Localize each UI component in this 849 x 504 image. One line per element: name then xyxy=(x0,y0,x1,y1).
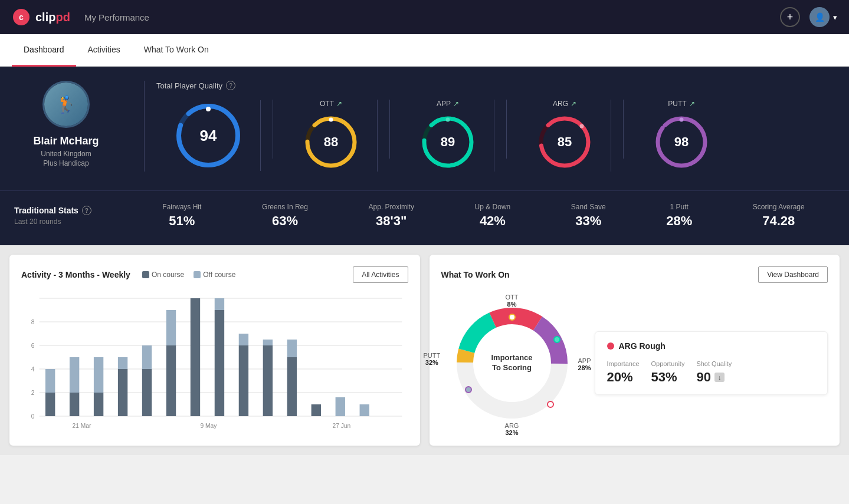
svg-text:6: 6 xyxy=(31,342,35,349)
stat-fairways-hit: Fairways Hit 51% xyxy=(162,203,201,229)
header-title: My Performance xyxy=(84,12,149,22)
svg-text:21 Mar: 21 Mar xyxy=(73,423,91,429)
svg-rect-48 xyxy=(287,357,297,416)
legend-off-course-label: Off course xyxy=(203,271,235,279)
svg-rect-36 xyxy=(142,369,152,416)
svg-rect-37 xyxy=(142,345,152,369)
svg-rect-47 xyxy=(263,340,273,345)
svg-rect-35 xyxy=(118,357,127,369)
svg-point-4 xyxy=(206,107,211,111)
quality-section: Total Player Quality ? 94 xyxy=(156,81,835,172)
svg-point-64 xyxy=(466,387,471,393)
svg-text:4: 4 xyxy=(31,366,35,373)
divider-app xyxy=(389,100,390,159)
activity-card: Activity - 3 Months - Weekly On course O… xyxy=(9,255,420,446)
svg-text:9 May: 9 May xyxy=(201,423,218,429)
svg-rect-46 xyxy=(263,345,273,416)
svg-rect-28 xyxy=(45,393,55,416)
svg-text:27 Jun: 27 Jun xyxy=(332,423,350,429)
hero-section: 🏌️ Blair McHarg United Kingdom Plus Hand… xyxy=(0,67,849,190)
tab-activities[interactable]: Activities xyxy=(76,34,132,67)
gauge-ott: OTT ↗ 88 xyxy=(285,100,378,172)
view-dashboard-button[interactable]: View Dashboard xyxy=(758,266,828,283)
quality-title: Total Player Quality xyxy=(156,81,222,90)
legend-on-course-dot xyxy=(142,271,149,278)
player-avatar: 🏌️ xyxy=(42,81,90,128)
quality-info-icon[interactable]: ? xyxy=(226,81,235,90)
gauge-putt-wrapper: 98 xyxy=(652,113,711,172)
svg-rect-32 xyxy=(94,393,103,416)
svg-text:0: 0 xyxy=(31,413,35,420)
stat-app-proximity: App. Proximity 38'3" xyxy=(369,203,414,229)
work-on-title: What To Work On xyxy=(441,270,510,279)
stat-updown-label: Up & Down xyxy=(475,203,511,211)
gauge-total: 94 xyxy=(156,100,261,171)
donut-chart: Importance To Scoring OTT 8% APP 28% ARG… xyxy=(441,292,583,434)
chart-legend: On course Off course xyxy=(142,271,236,279)
putt-label-text: PUTT xyxy=(424,352,441,359)
vertical-divider xyxy=(144,81,145,172)
header: c clippd My Performance + 👤 ▾ xyxy=(0,0,849,34)
gauge-ott-value: 88 xyxy=(324,134,338,150)
gauges-row: 94 OTT ↗ 88 xyxy=(156,100,835,172)
app-label-text: APP xyxy=(578,357,591,364)
svg-text:8: 8 xyxy=(31,319,35,325)
header-left: c clippd My Performance xyxy=(12,8,149,27)
arg-importance-value: 20% xyxy=(607,370,640,385)
svg-rect-33 xyxy=(94,357,103,393)
divider-putt xyxy=(623,100,624,159)
svg-point-13 xyxy=(580,124,584,129)
gauge-arg-wrapper: 85 xyxy=(535,113,594,172)
svg-rect-31 xyxy=(70,357,79,393)
svg-point-10 xyxy=(446,118,450,122)
donut-label-importance: Importance xyxy=(491,353,532,362)
arg-info-card: ARG Rough Importance 20% Opportunity 53%… xyxy=(595,331,828,395)
app-pct: 28% xyxy=(578,364,591,371)
stat-up-and-down: Up & Down 42% xyxy=(475,203,511,229)
stat-greens-value: 63% xyxy=(272,213,298,229)
legend-off-course-dot xyxy=(194,271,201,278)
stat-scoring-value: 74.28 xyxy=(762,213,795,229)
donut-center-text: Importance To Scoring xyxy=(491,353,532,373)
svg-rect-52 xyxy=(360,404,369,416)
app-trend: ↗ xyxy=(453,100,459,108)
gauge-total-wrapper: 94 xyxy=(173,100,244,171)
ott-label-text: OTT xyxy=(506,294,519,301)
logo-text: clippd xyxy=(35,11,70,24)
stats-info-icon[interactable]: ? xyxy=(82,206,91,215)
stat-app-value: 38'3" xyxy=(376,213,407,229)
stat-1-putt: 1 Putt 28% xyxy=(666,203,692,229)
stat-scoring-label: Scoring Average xyxy=(753,203,805,211)
user-menu-button[interactable]: 👤 ▾ xyxy=(809,7,837,27)
player-handicap: Plus Handicap xyxy=(43,159,88,167)
logo-icon: c xyxy=(12,8,31,27)
stats-items: Fairways Hit 51% Greens In Reg 63% App. … xyxy=(132,203,835,229)
svg-rect-29 xyxy=(45,369,55,393)
stat-sand-value: 33% xyxy=(575,213,601,229)
arg-title-text: ARG Rough xyxy=(619,341,666,351)
svg-point-61 xyxy=(509,314,515,320)
gauge-arg-label: ARG ↗ xyxy=(553,100,576,108)
all-activities-button[interactable]: All Activities xyxy=(353,266,408,283)
arg-importance: Importance 20% xyxy=(607,360,640,385)
activity-header-left: Activity - 3 Months - Weekly On course O… xyxy=(21,270,235,279)
stat-sand-save: Sand Save 33% xyxy=(571,203,606,229)
arg-importance-label: Importance xyxy=(607,360,640,367)
ott-trend: ↗ xyxy=(336,100,342,108)
tab-what-to-work-on[interactable]: What To Work On xyxy=(132,34,221,67)
tab-dashboard[interactable]: Dashboard xyxy=(12,34,76,67)
svg-text:c: c xyxy=(19,12,24,22)
arg-opportunity-label: Opportunity xyxy=(651,360,685,367)
svg-rect-45 xyxy=(239,334,248,345)
stat-1putt-label: 1 Putt xyxy=(670,203,689,211)
gauge-putt: PUTT ↗ 98 xyxy=(635,100,727,172)
add-button[interactable]: + xyxy=(780,7,800,27)
stat-fairways-hit-value: 51% xyxy=(169,213,195,229)
stat-greens-label: Greens In Reg xyxy=(262,203,308,211)
header-right: + 👤 ▾ xyxy=(780,7,837,27)
legend-on-course: On course xyxy=(142,271,184,279)
svg-rect-50 xyxy=(312,404,321,416)
svg-point-7 xyxy=(329,118,333,122)
work-on-header: What To Work On View Dashboard xyxy=(441,266,828,283)
gauge-putt-label: PUTT ↗ xyxy=(668,100,694,108)
